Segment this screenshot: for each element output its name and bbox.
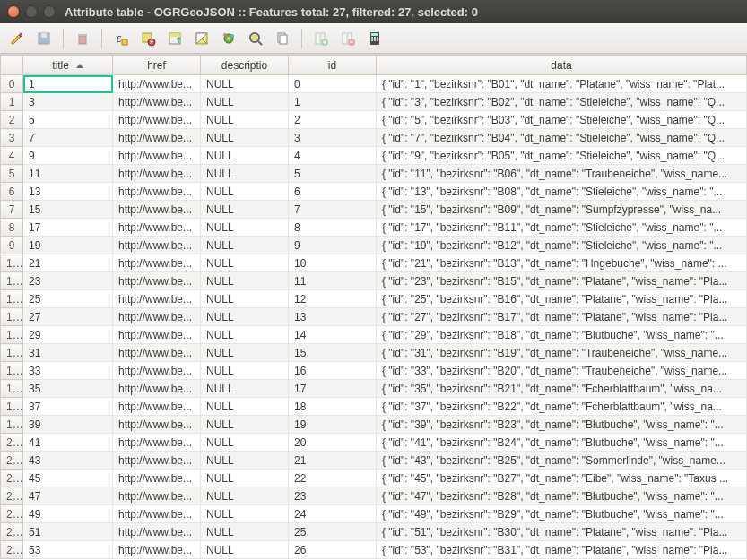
cell-data[interactable]: { "id": "17", "bezirksnr": "B11", "dt_na…: [377, 219, 747, 237]
col-header-id[interactable]: id: [289, 56, 377, 75]
col-header-title[interactable]: title: [23, 56, 113, 75]
table-row[interactable]: 715http://www.be...NULL7{ "id": "15", "b…: [1, 201, 747, 219]
cell-descriptio[interactable]: NULL: [201, 75, 289, 93]
cell-data[interactable]: { "id": "3", "bezirksnr": "B02", "dt_nam…: [377, 93, 747, 111]
cell-title[interactable]: 45: [23, 470, 113, 487]
table-row[interactable]: 2245http://www.be...NULL22{ "id": "45", …: [1, 470, 747, 487]
cell-descriptio[interactable]: NULL: [201, 290, 289, 308]
cell-href[interactable]: http://www.be...: [113, 147, 201, 165]
cell-id[interactable]: 0: [289, 75, 377, 93]
cell-id[interactable]: 25: [289, 523, 377, 541]
cell-title[interactable]: 41: [23, 434, 113, 452]
cell-title[interactable]: 5: [23, 111, 113, 129]
cell-data[interactable]: { "id": "15", "bezirksnr": "B09", "dt_na…: [377, 201, 747, 219]
cell-data[interactable]: { "id": "45", "bezirksnr": "B27", "dt_na…: [377, 470, 747, 487]
cell-href[interactable]: http://www.be...: [113, 452, 201, 470]
cell-href[interactable]: http://www.be...: [113, 505, 201, 523]
cell-data[interactable]: { "id": "37", "bezirksnr": "B22", "dt_na…: [377, 398, 747, 416]
cell-href[interactable]: http://www.be...: [113, 201, 201, 219]
row-number[interactable]: 24: [1, 505, 23, 523]
row-number[interactable]: 2: [1, 111, 23, 129]
row-number[interactable]: 10: [1, 254, 23, 272]
cell-data[interactable]: { "id": "53", "bezirksnr": "B31", "dt_na…: [377, 541, 747, 559]
maximize-icon[interactable]: [43, 5, 56, 18]
cell-descriptio[interactable]: NULL: [201, 111, 289, 129]
row-number[interactable]: 26: [1, 541, 23, 559]
cell-href[interactable]: http://www.be...: [113, 75, 201, 93]
table-row[interactable]: 13http://www.be...NULL1{ "id": "3", "bez…: [1, 93, 747, 111]
table-row[interactable]: 1327http://www.be...NULL13{ "id": "27", …: [1, 308, 747, 326]
cell-id[interactable]: 23: [289, 487, 377, 505]
cell-id[interactable]: 13: [289, 308, 377, 326]
cell-id[interactable]: 20: [289, 434, 377, 452]
table-row[interactable]: 1735http://www.be...NULL17{ "id": "35", …: [1, 380, 747, 398]
cell-title[interactable]: 29: [23, 326, 113, 344]
table-row[interactable]: 1633http://www.be...NULL16{ "id": "33", …: [1, 362, 747, 380]
cell-id[interactable]: 5: [289, 165, 377, 183]
cell-id[interactable]: 26: [289, 541, 377, 559]
cell-id[interactable]: 14: [289, 326, 377, 344]
move-to-top-button[interactable]: [163, 27, 187, 50]
zoom-to-selected-button[interactable]: [244, 27, 267, 50]
cell-descriptio[interactable]: NULL: [201, 362, 289, 380]
cell-data[interactable]: { "id": "23", "bezirksnr": "B15", "dt_na…: [377, 272, 747, 290]
minimize-icon[interactable]: [25, 5, 38, 18]
cell-descriptio[interactable]: NULL: [201, 452, 289, 470]
col-header-data[interactable]: data: [377, 56, 747, 75]
unselect-all-button[interactable]: [136, 27, 160, 50]
cell-data[interactable]: { "id": "1", "bezirksnr": "B01", "dt_nam…: [377, 75, 747, 93]
cell-href[interactable]: http://www.be...: [113, 272, 201, 290]
cell-data[interactable]: { "id": "13", "bezirksnr": "B08", "dt_na…: [377, 183, 747, 201]
cell-data[interactable]: { "id": "19", "bezirksnr": "B12", "dt_na…: [377, 237, 747, 254]
cell-title[interactable]: 11: [23, 165, 113, 183]
cell-descriptio[interactable]: NULL: [201, 183, 289, 201]
row-number[interactable]: 25: [1, 523, 23, 541]
cell-title[interactable]: 31: [23, 344, 113, 362]
cell-id[interactable]: 15: [289, 344, 377, 362]
table-row[interactable]: 2551http://www.be...NULL25{ "id": "51", …: [1, 523, 747, 541]
table-row[interactable]: 49http://www.be...NULL4{ "id": "9", "bez…: [1, 147, 747, 165]
cell-id[interactable]: 7: [289, 201, 377, 219]
cell-data[interactable]: { "id": "9", "bezirksnr": "B05", "dt_nam…: [377, 147, 747, 165]
cell-id[interactable]: 12: [289, 290, 377, 308]
table-row[interactable]: 1837http://www.be...NULL18{ "id": "37", …: [1, 398, 747, 416]
cell-id[interactable]: 9: [289, 237, 377, 254]
cell-id[interactable]: 16: [289, 362, 377, 380]
cell-id[interactable]: 21: [289, 452, 377, 470]
cell-title[interactable]: 17: [23, 219, 113, 237]
cell-descriptio[interactable]: NULL: [201, 541, 289, 559]
cell-href[interactable]: http://www.be...: [113, 398, 201, 416]
cell-descriptio[interactable]: NULL: [201, 308, 289, 326]
cell-href[interactable]: http://www.be...: [113, 183, 201, 201]
cell-descriptio[interactable]: NULL: [201, 434, 289, 452]
table-row[interactable]: 2041http://www.be...NULL20{ "id": "41", …: [1, 434, 747, 452]
cell-title[interactable]: 13: [23, 183, 113, 201]
copy-rows-button[interactable]: [271, 27, 294, 50]
cell-id[interactable]: 18: [289, 398, 377, 416]
cell-id[interactable]: 24: [289, 505, 377, 523]
cell-href[interactable]: http://www.be...: [113, 290, 201, 308]
cell-title[interactable]: 49: [23, 505, 113, 523]
cell-href[interactable]: http://www.be...: [113, 380, 201, 398]
row-number[interactable]: 9: [1, 237, 23, 254]
table-row[interactable]: 2449http://www.be...NULL24{ "id": "49", …: [1, 505, 747, 523]
cell-descriptio[interactable]: NULL: [201, 254, 289, 272]
cell-id[interactable]: 6: [289, 183, 377, 201]
row-number[interactable]: 5: [1, 165, 23, 183]
cell-data[interactable]: { "id": "11", "bezirksnr": "B06", "dt_na…: [377, 165, 747, 183]
cell-title[interactable]: 33: [23, 362, 113, 380]
row-number[interactable]: 13: [1, 308, 23, 326]
cell-data[interactable]: { "id": "43", "bezirksnr": "B25", "dt_na…: [377, 452, 747, 470]
cell-title[interactable]: 9: [23, 147, 113, 165]
cell-descriptio[interactable]: NULL: [201, 487, 289, 505]
cell-href[interactable]: http://www.be...: [113, 326, 201, 344]
cell-descriptio[interactable]: NULL: [201, 398, 289, 416]
select-by-expr-button[interactable]: ε: [109, 27, 133, 50]
row-number[interactable]: 21: [1, 452, 23, 470]
cell-id[interactable]: 17: [289, 380, 377, 398]
cell-data[interactable]: { "id": "35", "bezirksnr": "B21", "dt_na…: [377, 380, 747, 398]
cell-title[interactable]: 53: [23, 541, 113, 559]
cell-href[interactable]: http://www.be...: [113, 219, 201, 237]
cell-title[interactable]: 43: [23, 452, 113, 470]
table-row[interactable]: 1021http://www.be...NULL10{ "id": "21", …: [1, 254, 747, 272]
